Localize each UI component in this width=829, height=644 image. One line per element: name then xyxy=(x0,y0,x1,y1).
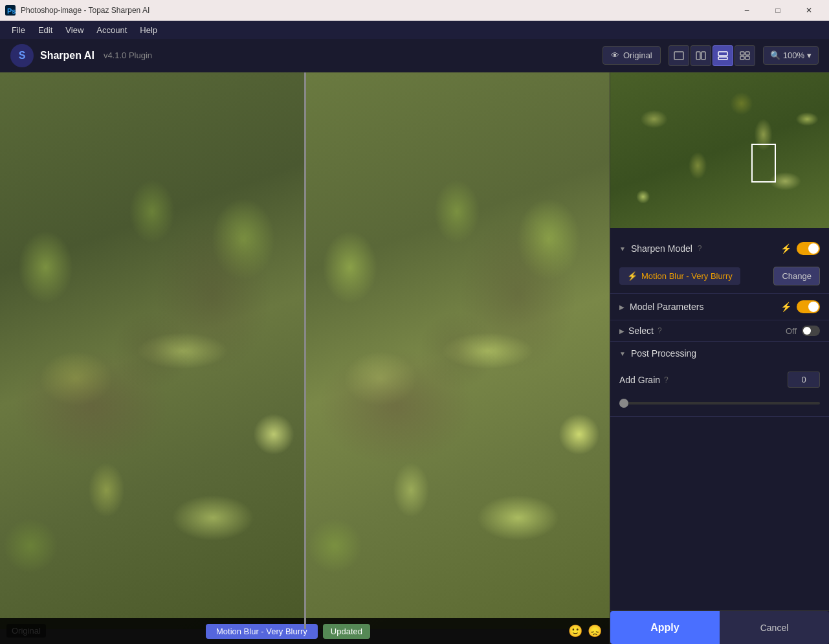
model-parameters-title: Model Parameters xyxy=(630,302,703,312)
svg-text:Ps: Ps xyxy=(7,7,16,15)
close-button[interactable]: ✕ xyxy=(794,0,824,21)
stone-texture-left xyxy=(0,72,304,629)
svg-rect-6 xyxy=(718,57,727,60)
svg-rect-9 xyxy=(740,56,744,60)
svg-rect-5 xyxy=(718,52,727,56)
original-label: Original xyxy=(623,50,652,60)
header-controls: 👁 Original xyxy=(602,45,819,66)
app-version: v4.1.0 Plugin xyxy=(104,50,152,60)
select-off-label: Off xyxy=(786,326,797,336)
cancel-button[interactable]: Cancel xyxy=(720,611,829,644)
svg-rect-4 xyxy=(702,52,705,60)
svg-rect-2 xyxy=(674,52,683,60)
grain-label-row: Add Grain ? xyxy=(619,375,669,385)
zoom-control[interactable]: 🔍 100% ▾ xyxy=(763,46,819,65)
select-chevron-icon: ▶ xyxy=(619,328,625,335)
grain-value[interactable]: 0 xyxy=(788,372,820,388)
model-parameters-section: ▶ Model Parameters ⚡ xyxy=(610,294,829,320)
svg-rect-10 xyxy=(746,56,749,60)
main-layout: Original Motion Blur - Very Blurry Updat… xyxy=(0,72,829,644)
menu-file[interactable]: File xyxy=(5,23,32,38)
select-section: ▶ Select ? Off xyxy=(610,320,829,342)
stone-texture-right xyxy=(304,72,610,629)
sharpen-model-toggle[interactable] xyxy=(797,242,820,255)
svg-rect-7 xyxy=(740,52,744,55)
view-grid-button[interactable] xyxy=(735,45,755,66)
motion-blur-badge: Motion Blur - Very Blurry xyxy=(206,624,318,639)
model-params-lightning-icon: ⚡ xyxy=(780,302,791,312)
model-parameters-chevron-icon: ▶ xyxy=(619,304,625,311)
menu-view[interactable]: View xyxy=(59,23,90,38)
model-name: Motion Blur - Very Blurry xyxy=(641,271,733,281)
change-button[interactable]: Change xyxy=(773,267,820,285)
split-divider[interactable] xyxy=(304,72,306,629)
post-processing-chevron-icon: ▼ xyxy=(619,350,626,357)
view-split-v-button[interactable] xyxy=(713,45,733,66)
grain-help-icon[interactable]: ? xyxy=(664,375,669,384)
window-controls[interactable]: – □ ✕ xyxy=(732,0,824,21)
select-help-icon[interactable]: ? xyxy=(658,326,662,335)
right-panel: ▼ Sharpen Model ? ⚡ ⚡ Motion Blur - V xyxy=(610,72,829,644)
post-processing-section: ▼ Post Processing Add Grain ? 0 xyxy=(610,342,829,417)
apply-button[interactable]: Apply xyxy=(610,611,720,644)
thumbs-up-button[interactable]: 🙂 xyxy=(568,624,582,638)
image-split xyxy=(0,72,610,629)
model-parameters-controls: ⚡ xyxy=(780,300,820,313)
original-button[interactable]: 👁 Original xyxy=(602,46,661,65)
post-processing-content: Add Grain ? 0 xyxy=(610,365,829,416)
app-icon: Ps xyxy=(5,5,16,16)
app-header: S Sharpen AI v4.1.0 Plugin 👁 Original xyxy=(0,39,829,72)
logo-icon: S xyxy=(10,44,34,67)
view-split-h-button[interactable] xyxy=(691,45,711,66)
post-processing-title: Post Processing xyxy=(631,348,696,359)
select-toggle[interactable] xyxy=(802,326,820,336)
processed-panel xyxy=(304,72,610,629)
grain-row: Add Grain ? 0 xyxy=(619,372,820,388)
model-parameters-header-left: ▶ Model Parameters xyxy=(619,302,703,312)
menu-help[interactable]: Help xyxy=(133,23,164,38)
original-panel xyxy=(0,72,304,629)
maximize-button[interactable]: □ xyxy=(763,0,793,21)
thumbs-down-button[interactable]: 😞 xyxy=(588,624,602,638)
model-lightning-icon: ⚡ xyxy=(627,271,637,281)
updated-badge: Updated xyxy=(323,624,370,639)
zoom-chevron-icon: ▾ xyxy=(807,50,812,60)
action-bar: Apply Cancel xyxy=(610,610,829,644)
post-processing-header[interactable]: ▼ Post Processing xyxy=(610,342,829,365)
view-buttons xyxy=(669,45,755,66)
select-left: ▶ Select ? xyxy=(619,326,662,336)
app-name: Sharpen AI xyxy=(40,50,94,61)
select-right: Off xyxy=(786,326,820,336)
minimize-button[interactable]: – xyxy=(732,0,762,21)
model-row: ⚡ Motion Blur - Very Blurry Change xyxy=(610,261,829,293)
zoom-icon: 🔍 xyxy=(770,50,780,60)
thumbnail-area xyxy=(610,72,829,228)
sharpen-model-help-icon[interactable]: ? xyxy=(698,244,702,253)
thumbnail-viewport[interactable] xyxy=(751,144,776,183)
sharpen-model-chevron-icon: ▼ xyxy=(619,245,626,252)
window-title: Photoshop-image - Topaz Sharpen AI xyxy=(21,6,149,15)
menu-bar: File Edit View Account Help xyxy=(0,21,829,39)
view-single-button[interactable] xyxy=(669,45,689,66)
grain-slider-container xyxy=(619,393,820,410)
image-area[interactable]: Original Motion Blur - Very Blurry Updat… xyxy=(0,72,610,644)
svg-rect-8 xyxy=(746,52,749,55)
grain-label: Add Grain xyxy=(619,375,660,385)
grain-slider[interactable] xyxy=(619,402,820,405)
status-center: Motion Blur - Very Blurry Updated xyxy=(206,624,370,639)
post-processing-header-left: ▼ Post Processing xyxy=(619,348,696,359)
zoom-level: 100% xyxy=(783,50,804,60)
sharpen-model-header[interactable]: ▼ Sharpen Model ? ⚡ xyxy=(610,236,829,261)
select-title: Select xyxy=(628,326,654,336)
status-right: 🙂 😞 xyxy=(568,624,602,638)
model-parameters-toggle[interactable] xyxy=(797,300,820,313)
lightning-icon: ⚡ xyxy=(780,243,791,254)
title-bar: Ps Photoshop-image - Topaz Sharpen AI – … xyxy=(0,0,829,21)
model-label: ⚡ Motion Blur - Very Blurry xyxy=(619,267,740,285)
sharpen-model-title: Sharpen Model xyxy=(631,243,692,254)
menu-edit[interactable]: Edit xyxy=(32,23,59,38)
sharpen-model-section: ▼ Sharpen Model ? ⚡ ⚡ Motion Blur - V xyxy=(610,236,829,294)
select-row: ▶ Select ? Off xyxy=(610,320,829,341)
model-parameters-header[interactable]: ▶ Model Parameters ⚡ xyxy=(610,294,829,320)
menu-account[interactable]: Account xyxy=(90,23,133,38)
